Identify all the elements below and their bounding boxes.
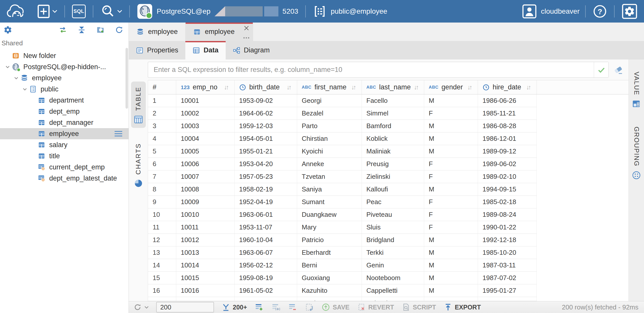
data-cell[interactable]: 10012 [176,234,235,246]
data-cell[interactable]: Georgi [297,94,362,107]
tree-item-dept-emp[interactable]: dept_emp [0,106,129,117]
data-cell[interactable]: Guoxiang [297,272,362,284]
sort-icon[interactable]: ↓↑ [467,84,478,91]
panel-tab-grouping[interactable]: GROUPING [632,127,641,180]
data-cell[interactable]: 1989-09-12 [478,145,537,158]
presentation-tab-charts[interactable]: CHARTS [131,138,146,191]
row-number-cell[interactable]: 12 [148,234,176,246]
data-cell[interactable]: 10016 [176,284,235,297]
data-cell[interactable]: 1953-09-02 [235,94,297,107]
close-icon[interactable] [243,25,250,31]
data-cell[interactable]: Patricio [297,234,362,246]
tree-item-current-dept-emp[interactable]: current_dept_emp [0,162,129,173]
tree-item-employee[interactable]: employee [0,72,129,84]
data-cell[interactable]: Kyoichi [297,145,362,158]
data-cell[interactable]: Duangkaew [297,208,362,221]
fetch-more-button[interactable]: 200+ [222,303,247,311]
row-number-cell[interactable]: 4 [148,132,176,145]
data-cell[interactable]: M [424,120,478,132]
row-number-cell[interactable]: 15 [148,272,176,284]
script-button[interactable]: SCRIPT [402,303,436,311]
data-cell[interactable]: Nooteboom [362,272,424,284]
row-number-cell[interactable]: 2 [148,107,176,120]
tab-properties[interactable]: Properties [129,41,185,60]
data-cell[interactable]: Facello [362,94,424,107]
data-cell[interactable]: 10003 [176,120,235,132]
data-cell[interactable]: Bamford [362,120,424,132]
refresh-results-button[interactable] [133,303,149,311]
row-number-cell[interactable]: 3 [148,120,176,132]
delete-row-button[interactable] [288,303,297,312]
data-cell[interactable]: F [424,221,478,234]
data-cell[interactable]: Berni [297,259,362,272]
tab-menu-dots-icon[interactable] [243,37,249,38]
tree-item-dept-emp-latest-date[interactable]: dept_emp_latest_date [0,173,129,184]
sort-icon[interactable]: ↓↑ [414,84,424,91]
data-cell[interactable]: Koblick [362,132,424,145]
data-cell[interactable]: 10011 [176,221,235,234]
data-cell[interactable]: 1958-02-19 [235,183,297,196]
data-cell[interactable]: 1959-08-19 [235,272,297,284]
data-cell[interactable]: 1986-08-28 [478,120,537,132]
data-cell[interactable]: 1993-08-03 [478,297,537,301]
row-number-cell[interactable]: 7 [148,170,176,183]
data-cell[interactable]: Zielinski [362,170,424,183]
data-cell[interactable]: 1963-06-07 [235,246,297,259]
data-cell[interactable]: 10007 [176,170,235,183]
data-cell[interactable]: Simmel [362,107,424,120]
tab-diagram[interactable]: Diagram [226,41,277,60]
sort-icon[interactable]: ↓↑ [351,84,362,91]
data-cell[interactable]: Peac [362,196,424,208]
data-cell[interactable]: M [424,234,478,246]
chevron-down-icon[interactable] [21,85,29,93]
data-cell[interactable]: 1994-09-15 [478,183,537,196]
sync-connection-icon[interactable] [59,26,67,34]
data-cell[interactable]: M [424,145,478,158]
collapse-all-icon[interactable] [77,26,86,34]
tree-item-new-folder[interactable]: New folder [0,50,129,61]
sort-icon[interactable]: ↓↑ [224,84,234,91]
presentation-tab-table[interactable]: TABLE [131,82,146,128]
data-cell[interactable]: Cappelletti [362,284,424,297]
tree-item-department[interactable]: department [0,95,129,106]
row-number-cell[interactable]: 13 [148,246,176,259]
data-cell[interactable]: M [424,259,478,272]
data-cell[interactable]: 1987-07-02 [478,272,537,284]
tree-item-dept-manager[interactable]: dept_manager [0,117,129,128]
data-cell[interactable]: 1989-06-02 [478,158,537,170]
data-cell[interactable]: 1956-02-12 [235,259,297,272]
data-cell[interactable]: F [424,158,478,170]
data-cell[interactable]: F [424,196,478,208]
data-cell[interactable]: Preusig [362,158,424,170]
row-number-cell[interactable]: 8 [148,183,176,196]
panel-tab-value[interactable]: VALUE [632,72,641,108]
data-cell[interactable]: 10013 [176,246,235,259]
data-cell[interactable]: Sluis [362,221,424,234]
sql-editor-button[interactable]: SQL [70,3,87,20]
settings-button[interactable] [620,2,639,21]
data-cell[interactable]: 10009 [176,196,235,208]
data-cell[interactable]: M [424,272,478,284]
data-cell[interactable]: Eberhardt [297,246,362,259]
data-cell[interactable]: Parto [297,120,362,132]
data-cell[interactable]: Saluzzi [362,297,424,301]
data-cell[interactable]: 10005 [176,145,235,158]
data-cell[interactable]: 1992-12-18 [478,234,537,246]
data-cell[interactable]: 10001 [176,94,235,107]
row-number-cell[interactable]: 5 [148,145,176,158]
row-number-cell[interactable]: 10 [148,208,176,221]
new-object-button[interactable] [35,3,59,20]
data-cell[interactable]: F [424,107,478,120]
data-cell[interactable]: 1964-06-02 [235,107,297,120]
sql-filter-input[interactable] [148,62,594,77]
row-number-cell[interactable]: 17 [148,297,176,301]
column-header-gender[interactable]: ABCgender↓↑ [424,80,478,94]
tab-data[interactable]: Data [185,41,226,60]
row-menu-icon[interactable] [114,130,123,138]
data-cell[interactable]: 1986-06-26 [478,94,537,107]
row-number-cell[interactable]: 16 [148,284,176,297]
connection-selector[interactable]: PostgreSQL@ep 5203 [135,4,300,19]
data-cell[interactable]: M [424,246,478,259]
data-cell[interactable]: 1959-12-03 [235,120,297,132]
data-cell[interactable]: Anneke [297,158,362,170]
